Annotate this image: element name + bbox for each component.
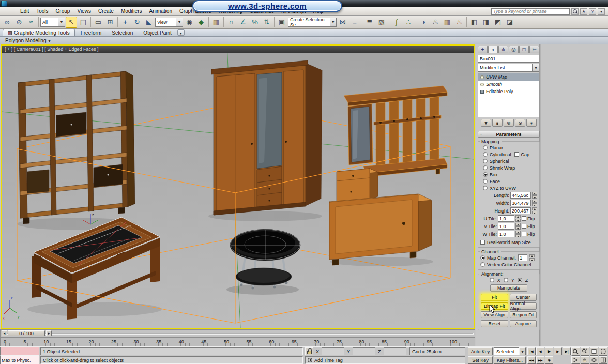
polygon-modeling-panel[interactable]: Polygon Modeling	[5, 38, 47, 43]
inherit-container-icon[interactable]: ◨	[480, 17, 492, 28]
viewport-label[interactable]: [ + ] [ Camera001 ] [ Shaded + Edged Fac…	[2, 46, 474, 53]
previous-frame-button[interactable]: ◀	[536, 347, 544, 355]
align-icon[interactable]: ≡	[349, 17, 360, 28]
tab-object-paint[interactable]: Object Paint	[139, 29, 176, 36]
length-spinner[interactable]	[532, 192, 537, 199]
previous-key-button[interactable]: ◀◀	[527, 356, 536, 364]
box-radio[interactable]	[483, 172, 488, 177]
render-production-icon[interactable]: ♨	[453, 17, 465, 28]
center-button[interactable]: Center	[510, 294, 537, 301]
v-tile-field[interactable]: 1,0	[498, 223, 514, 230]
w-tile-field[interactable]: 1,0	[498, 231, 514, 237]
rectangular-selection-region-icon[interactable]: ▭	[93, 17, 104, 28]
align-x-radio[interactable]	[490, 278, 494, 282]
width-spinner[interactable]	[532, 200, 537, 206]
reference-coordinate-dropdown[interactable]: View	[155, 18, 183, 27]
auto-key-button[interactable]: Auto Key	[468, 347, 493, 355]
window-crossing-toggle-icon[interactable]: ⊞	[104, 17, 116, 28]
display-tab-icon[interactable]: □	[519, 46, 529, 53]
menu-group[interactable]: Group	[52, 8, 74, 14]
save-container-icon[interactable]: ◪	[504, 17, 515, 28]
cap-checkbox[interactable]	[514, 152, 519, 157]
named-selection-dropdown[interactable]: Create Selection Se	[288, 18, 337, 27]
render-setup-icon[interactable]: ♨	[430, 17, 441, 28]
maximize-viewport-toggle-button[interactable]	[599, 356, 607, 364]
play-animation-button[interactable]: ▶	[545, 347, 553, 355]
face-radio[interactable]	[483, 179, 488, 184]
u-flip-checkbox[interactable]	[522, 216, 526, 221]
new-container-icon[interactable]: ◧	[468, 17, 480, 28]
use-pivot-point-center-icon[interactable]: ◉	[184, 17, 195, 28]
object-name-field[interactable]: Box001	[478, 55, 540, 63]
communication-center-icon[interactable]	[598, 8, 605, 15]
menu-edit[interactable]: Edit	[17, 8, 33, 14]
camera-viewport[interactable]: [ + ] [ Camera001 ] [ Shaded + Edged Fac…	[1, 44, 475, 329]
maxscript-mini-listener[interactable]: Max to Physc.	[0, 356, 39, 364]
x-coordinate-field[interactable]	[322, 347, 344, 355]
set-key-button[interactable]: Set Key	[468, 356, 493, 364]
menu-modifiers[interactable]: Modifiers	[117, 8, 146, 14]
select-object-icon[interactable]: ↖	[66, 17, 77, 28]
modifier-stack-item-editable-poly[interactable]: Editable Poly	[478, 88, 539, 95]
height-spinner[interactable]	[532, 207, 537, 214]
shrink-wrap-radio[interactable]	[483, 165, 488, 170]
make-unique-icon[interactable]: ⋓	[504, 119, 514, 127]
layer-manager-icon[interactable]: ≣	[364, 17, 375, 28]
v-tile-spinner[interactable]	[515, 223, 521, 230]
orbit-button[interactable]	[590, 356, 599, 364]
zoom-extents-button[interactable]	[590, 347, 599, 356]
modifier-visibility-bulb-icon[interactable]	[480, 75, 484, 79]
vertex-color-channel-radio[interactable]	[480, 262, 485, 267]
maxscript-macro-recorder[interactable]	[0, 347, 39, 356]
tab-selection[interactable]: Selection	[107, 29, 138, 36]
favorites-star-icon[interactable]: ★	[580, 8, 587, 15]
cylindrical-radio[interactable]	[483, 152, 488, 157]
select-and-link-icon[interactable]: ∞	[2, 17, 13, 28]
material-editor-icon[interactable]: ◑	[418, 17, 429, 28]
select-and-scale-icon[interactable]: ◣	[143, 17, 155, 28]
u-tile-spinner[interactable]	[515, 215, 521, 222]
angle-snap-icon[interactable]: ∠	[237, 17, 249, 28]
map-channel-radio[interactable]	[480, 255, 485, 260]
tab-freeform[interactable]: Freeform	[76, 29, 107, 36]
bind-to-spacewarp-icon[interactable]: ≈	[25, 17, 37, 28]
go-to-end-button[interactable]: ▶|	[563, 347, 571, 355]
width-field[interactable]: 364,479	[510, 200, 531, 206]
key-mode-toggle-button[interactable]: ◈	[545, 356, 553, 364]
percent-snap-icon[interactable]: %	[249, 17, 261, 28]
normal-align-button[interactable]: Normal Align	[510, 302, 537, 310]
time-slider[interactable]: 0 / 100	[8, 330, 45, 336]
curve-editor-icon[interactable]: ∫	[391, 17, 402, 28]
region-fit-button[interactable]: Region Fit	[510, 311, 537, 318]
select-and-manipulate-icon[interactable]: ◆	[195, 17, 207, 28]
modify-tab-icon[interactable]: ◖	[488, 46, 498, 53]
spinner-snap-icon[interactable]: ⇅	[261, 17, 272, 28]
manipulate-button[interactable]: Manipulate	[490, 284, 527, 292]
length-field[interactable]: 445,56c	[510, 192, 531, 199]
menu-animation[interactable]: Animation	[145, 8, 175, 14]
rendered-frame-window-icon[interactable]: ▦	[442, 17, 453, 28]
load-container-icon[interactable]: ◩	[492, 17, 504, 28]
wardrobe-model[interactable]	[208, 60, 322, 221]
modifier-stack-item-uvw-map[interactable]: UVW Map	[478, 73, 539, 81]
z-coordinate-field[interactable]	[384, 347, 406, 355]
key-filters-button[interactable]: Key Filters...	[494, 356, 526, 364]
select-by-name-icon[interactable]: ▤	[78, 17, 89, 28]
zoom-region-button[interactable]	[599, 347, 607, 356]
zoom-all-button[interactable]	[581, 347, 589, 356]
named-selection-sets-icon[interactable]: ▣	[276, 17, 287, 28]
parameters-rollout-header[interactable]: Parameters	[478, 131, 540, 138]
fit-button[interactable]: Fit	[481, 294, 508, 301]
help-icon[interactable]: ?	[589, 8, 596, 15]
ribbon-options-dropdown[interactable]	[177, 29, 185, 36]
v-flip-checkbox[interactable]	[522, 224, 526, 229]
field-of-view-button[interactable]	[571, 356, 580, 364]
acquire-button[interactable]: Acquire	[510, 320, 537, 327]
modifier-visibility-bulb-icon[interactable]	[480, 83, 484, 86]
select-and-rotate-icon[interactable]: ↻	[131, 17, 143, 28]
pan-button[interactable]	[581, 356, 589, 364]
height-field[interactable]: 200,467	[510, 207, 531, 214]
graphite-ribbon-toggle-icon[interactable]: ▧	[376, 17, 387, 28]
go-to-start-button[interactable]: |◀	[527, 347, 536, 355]
xyz-to-uvw-radio[interactable]	[483, 186, 488, 190]
